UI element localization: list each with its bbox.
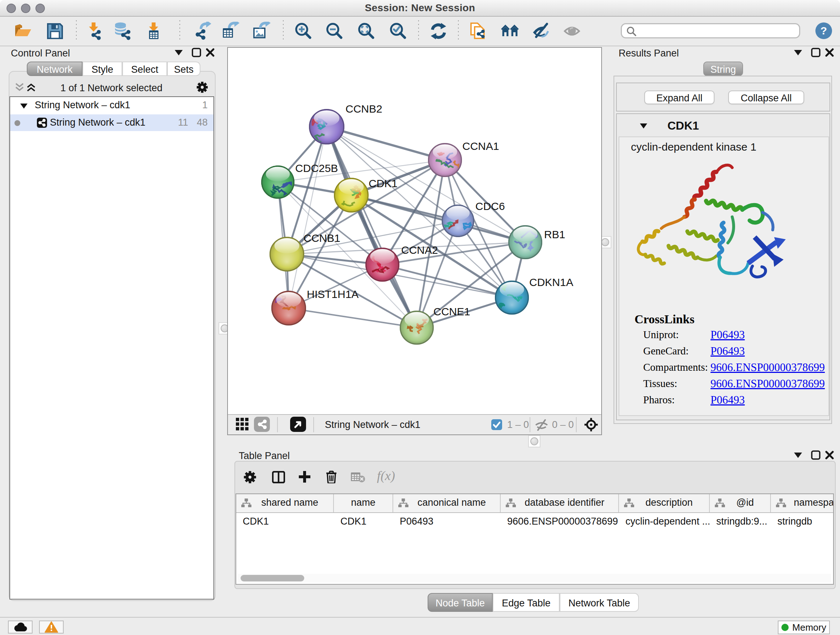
- node-CCNB1[interactable]: [270, 237, 304, 272]
- delete-table-icon[interactable]: [351, 472, 365, 483]
- cloud-button[interactable]: [8, 621, 33, 633]
- expand-all-button[interactable]: Expand All: [644, 90, 714, 104]
- results-entry-header[interactable]: CDK1: [617, 114, 829, 136]
- tab-sets[interactable]: Sets: [167, 62, 201, 76]
- help-button[interactable]: ?: [815, 22, 832, 39]
- show-all-icon[interactable]: [564, 22, 583, 41]
- crosslink-row: Uniprot:P06493: [635, 326, 695, 342]
- zoom-selected-icon[interactable]: [388, 22, 407, 41]
- network-graph[interactable]: CCNB2CCNA1CDC25BCDK1CDC6RB1CCNB1CCNA2HIS…: [228, 48, 601, 414]
- node-CCNA1[interactable]: [428, 143, 462, 177]
- column-header-description[interactable]: description: [619, 494, 710, 512]
- node-RB1[interactable]: [508, 225, 542, 259]
- memory-button[interactable]: Memory: [778, 621, 830, 634]
- open-file-icon[interactable]: [14, 22, 33, 41]
- edge-HIST1H1A-CCNE1[interactable]: [289, 308, 417, 328]
- column-header-shared-name[interactable]: shared name: [236, 494, 334, 512]
- node-CDC6[interactable]: [442, 204, 474, 237]
- export-table-icon[interactable]: [221, 22, 240, 41]
- birdseye-view-button[interactable]: [290, 417, 306, 432]
- export-image-icon[interactable]: [252, 22, 271, 41]
- zoom-in-icon[interactable]: [294, 22, 313, 41]
- node-HIST1H1A[interactable]: [271, 291, 306, 325]
- column-label: shared name: [236, 497, 333, 508]
- hide-selected-icon[interactable]: [532, 22, 551, 41]
- function-builder-fx[interactable]: f(x): [377, 468, 395, 483]
- import-network-file-icon[interactable]: [85, 22, 103, 41]
- collapse-all-icon[interactable]: [14, 82, 25, 92]
- zoom-out-icon[interactable]: [325, 22, 344, 41]
- tab-style[interactable]: Style: [82, 62, 122, 76]
- crosslinks-title: CrossLinks: [635, 312, 695, 326]
- import-network-database-icon[interactable]: [113, 22, 132, 41]
- panel-close-icon[interactable]: [825, 48, 834, 57]
- clone-network-icon[interactable]: [469, 22, 488, 41]
- panel-close-icon[interactable]: [205, 48, 215, 57]
- save-session-icon[interactable]: [46, 22, 65, 41]
- show-home-icon[interactable]: [501, 22, 519, 41]
- search-input[interactable]: [621, 23, 800, 38]
- network-canvas[interactable]: CCNB2CCNA1CDC25BCDK1CDC6RB1CCNB1CCNA2HIS…: [227, 47, 602, 435]
- hidden-eye-icon: [535, 419, 548, 431]
- network-collection-row[interactable]: String Network – cdk1 1: [10, 97, 213, 114]
- column-header-namespace[interactable]: namespace: [771, 494, 834, 512]
- column-header-@id[interactable]: @id: [710, 494, 771, 512]
- delete-column-trash-icon[interactable]: [325, 470, 337, 483]
- export-network-icon[interactable]: [193, 22, 212, 41]
- entry-collapse-triangle-icon[interactable]: [639, 122, 648, 129]
- node-CCNA2[interactable]: [365, 248, 399, 282]
- table-options-gear-icon[interactable]: [243, 470, 257, 484]
- network-row[interactable]: String Network – cdk1 11 48: [10, 114, 213, 131]
- table-horizontal-scrollbar[interactable]: [238, 574, 831, 583]
- center-view-icon[interactable]: [584, 417, 598, 432]
- crosslink-link[interactable]: P06493: [711, 394, 745, 407]
- selected-checkbox-icon[interactable]: [491, 419, 502, 430]
- panel-menu-icon[interactable]: [794, 452, 802, 458]
- tab-node-table[interactable]: Node Table: [428, 593, 493, 612]
- crosslink-link[interactable]: 9606.ENSP00000378699: [711, 377, 825, 390]
- control-panel-header-icons: [174, 48, 215, 57]
- node-CCNE1[interactable]: [400, 310, 434, 345]
- column-header-canonical-name[interactable]: canonical name: [393, 494, 501, 512]
- panel-close-icon[interactable]: [825, 450, 834, 460]
- crosslink-link[interactable]: 9606.ENSP00000378699: [711, 361, 825, 374]
- tab-edge-table[interactable]: Edge Table: [493, 593, 560, 612]
- tab-select[interactable]: Select: [122, 62, 167, 76]
- network-share-button[interactable]: [254, 417, 270, 432]
- panel-float-icon[interactable]: [192, 48, 201, 57]
- tab-string[interactable]: String: [703, 62, 743, 76]
- crosslink-link[interactable]: P06493: [711, 345, 745, 358]
- node-CDK1[interactable]: [334, 178, 369, 212]
- edge-CCNB2-HIST1H1A[interactable]: [289, 127, 327, 308]
- cell-description: cyclin-dependent ...: [625, 516, 710, 527]
- import-table-file-icon[interactable]: [144, 22, 163, 41]
- panel-float-icon[interactable]: [811, 48, 821, 57]
- expand-all-icon[interactable]: [26, 82, 36, 92]
- split-view-icon[interactable]: [272, 471, 285, 483]
- panel-float-icon[interactable]: [811, 450, 821, 460]
- node-CDC25B[interactable]: [261, 165, 294, 199]
- add-column-icon[interactable]: [298, 470, 311, 483]
- panel-menu-icon[interactable]: [794, 49, 802, 56]
- network-options-gear-icon[interactable]: [196, 81, 208, 93]
- apply-layout-icon[interactable]: [429, 22, 448, 41]
- node-CDKN1A[interactable]: [495, 280, 529, 315]
- column-header-database-identifier[interactable]: database identifier: [501, 494, 619, 512]
- toolbar-separator: [313, 417, 314, 432]
- column-label: @id: [710, 497, 770, 508]
- horizontal-splitter-handle[interactable]: [528, 435, 540, 448]
- column-header-name[interactable]: name: [334, 494, 393, 512]
- collapse-triangle-icon[interactable]: [19, 102, 28, 109]
- panel-menu-icon[interactable]: [174, 49, 183, 56]
- tab-network[interactable]: Network: [27, 62, 82, 76]
- collapse-all-button[interactable]: Collapse All: [728, 90, 804, 104]
- entry-gene-name: CDK1: [668, 119, 699, 133]
- warning-button[interactable]: [39, 621, 64, 633]
- column-label: canonical name: [393, 497, 500, 508]
- node-CCNB2[interactable]: [309, 109, 344, 144]
- scrollbar-thumb[interactable]: [240, 575, 304, 581]
- tab-network-table[interactable]: Network Table: [560, 593, 639, 612]
- zoom-fit-icon[interactable]: [357, 22, 376, 41]
- grid-view-icon[interactable]: [236, 418, 249, 431]
- crosslink-link[interactable]: P06493: [711, 328, 745, 341]
